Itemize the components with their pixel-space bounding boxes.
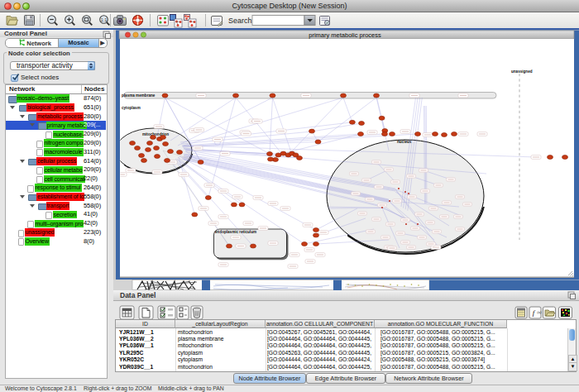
svg-text:endoplasmic reticulum: endoplasmic reticulum <box>215 230 256 234</box>
svg-text:Search:: Search: <box>228 17 254 25</box>
svg-text:(x): (x) <box>538 310 542 314</box>
svg-text:unassigned: unassigned <box>511 69 533 74</box>
svg-text:plasma membrane: plasma membrane <box>122 93 156 98</box>
svg-text:cytoplasm: cytoplasm <box>122 106 141 110</box>
svg-text:1:1: 1:1 <box>101 17 108 22</box>
svg-text:primary metabolic process: primary metabolic process <box>309 31 381 39</box>
